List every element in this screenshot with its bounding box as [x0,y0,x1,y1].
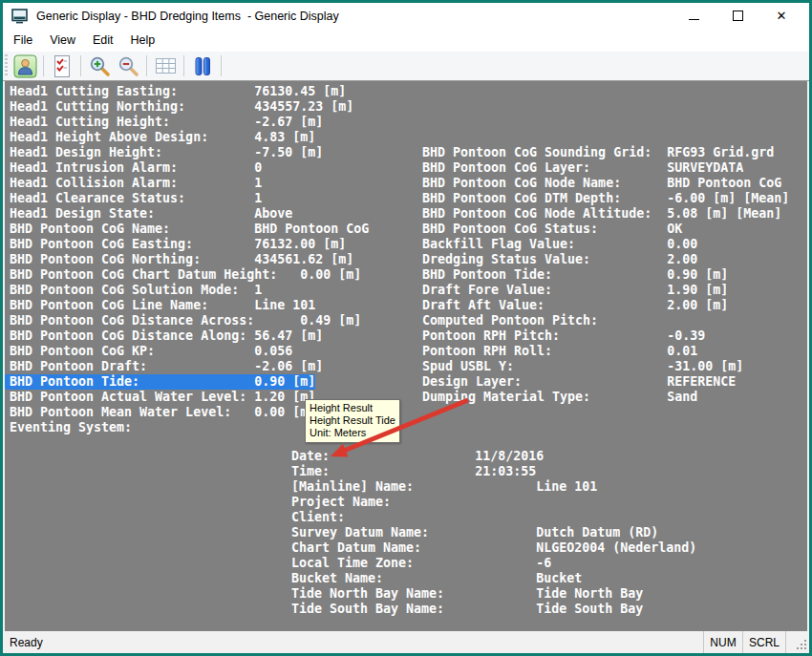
menu-edit[interactable]: Edit [84,29,122,52]
field-row[interactable]: Computed Pontoon Pitch: [417,313,667,328]
field-label: BHD Pontoon CoG Solution Mode: [10,283,254,297]
field-row[interactable]: BHD Pontoon CoG Northing: 434561.62 [m] [5,252,353,267]
field-row[interactable]: Design Layer: REFERENCE [417,374,736,390]
tooltip-line: Height Result Tide [310,414,395,427]
field-label: Head1 Height Above Design: [10,130,254,144]
close-button[interactable]: ✕ [759,3,803,29]
field-label: BHD Pontoon CoG Sounding Grid: [422,145,667,159]
field-row[interactable]: BHD Pontoon CoG Node Name: BHD Pontoon C… [417,176,781,191]
menu-file[interactable]: File [5,29,41,52]
field-value: Sand [667,390,697,404]
field-row[interactable]: Eventing System: [5,420,254,435]
field-row[interactable]: Draft Fore Value: 1.90 [m] [417,283,728,298]
right-field-block: BHD Pontoon CoG Sounding Grid: RFG93 Gri… [417,145,789,405]
field-row[interactable]: BHD Pontoon CoG Chart Datum Height: 0.00… [5,267,361,283]
toolbar-separator [221,55,222,76]
bottom-field-block: Date: 11/8/2016Time: 21:03:55[Mainline] … [287,449,696,617]
field-value: 11/8/2016 [475,449,544,463]
minimize-icon [689,18,699,20]
field-value: 0 [254,160,262,175]
field-row[interactable]: [Mainline] Name: Line 101 [287,479,597,495]
field-row[interactable]: Chart Datum Name: NLGEO2004 (Nederland) [287,540,696,556]
field-row[interactable]: Head1 Design State: Above [5,206,292,222]
field-row[interactable]: Tide South Bay Name: Tide South Bay [287,602,643,617]
window-title: Generic Display - BHD Dredging Items - G… [36,10,672,23]
field-row[interactable]: BHD Pontoon Mean Water Level: 0.00 [m] [5,405,315,420]
pause-icon [191,54,215,78]
field-label: Draft Fore Value: [422,283,667,297]
field-row[interactable]: Project Name: [287,495,536,510]
user-button[interactable] [11,53,39,79]
field-row[interactable]: BHD Pontoon CoG DTM Depth: -6.00 [m] [Me… [417,191,789,206]
field-value: 1 [254,283,262,297]
field-value: 0.49 [m] [300,313,361,328]
field-row[interactable]: Head1 Design Height: -7.50 [m] [5,145,323,160]
field-row[interactable]: Head1 Collision Alarm: 1 [5,176,262,191]
field-row[interactable]: Spud USBL Y: -31.00 [m] [417,359,743,374]
field-row[interactable]: Dredging Status Value: 2.00 [417,252,697,267]
field-row[interactable]: BHD Pontoon CoG Status: OK [417,222,682,237]
field-label: Draft Aft Value: [422,298,667,312]
zoom-out-button[interactable] [114,53,142,79]
minimize-button[interactable] [672,3,716,29]
maximize-button[interactable] [716,3,759,29]
field-row[interactable]: Head1 Cutting Northing: 434557.23 [m] [5,99,353,115]
field-row[interactable]: BHD Pontoon CoG Layer: SURVEYDATA [417,160,743,176]
field-row[interactable]: Head1 Clearance Status: 1 [5,191,262,206]
field-row[interactable]: Pontoon RPH Roll: 0.01 [417,344,697,359]
field-row[interactable]: BHD Pontoon CoG Line Name: Line 101 [5,298,315,313]
scroll-lock-indicator: SCRL [742,631,785,653]
pause-button[interactable] [188,53,217,79]
field-row[interactable]: Tide North Bay Name: Tide North Bay [287,586,643,602]
field-label: Tide North Bay Name: [291,586,536,601]
field-row[interactable]: BHD Pontoon CoG KP: 0.056 [5,344,292,359]
field-row[interactable]: Local Time Zone: -6 [287,556,551,571]
field-label: Backfill Flag Value: [422,237,667,251]
field-row[interactable]: Pontoon RPH Pitch: -0.39 [417,328,705,344]
toolbar-grip[interactable] [4,54,11,77]
field-row[interactable]: Date: 11/8/2016 [287,449,544,464]
zoom-in-button[interactable] [85,53,114,79]
field-value: Above [254,206,292,221]
field-label: Head1 Cutting Height: [10,115,254,129]
field-label: Dumping Material Type: [422,390,667,404]
toolbar [3,52,809,81]
field-value: -0.39 [667,328,705,343]
field-label: Head1 Clearance Status: [10,191,254,205]
field-value: NLGEO2004 (Nederland) [536,540,696,555]
field-row[interactable]: BHD Pontoon CoG Sounding Grid: RFG93 Gri… [417,145,774,160]
field-row[interactable]: BHD Pontoon CoG Distance Across: 0.49 [m… [5,313,361,328]
menu-view[interactable]: View [41,29,84,52]
field-row[interactable]: BHD Pontoon Tide: 0.90 [m] [417,267,728,283]
resize-grip[interactable] [796,631,809,653]
field-row[interactable]: Dumping Material Type: Sand [417,390,697,405]
field-value: -31.00 [m] [667,359,743,373]
field-label: Pontoon RPH Roll: [422,344,667,358]
field-row[interactable]: Bucket Name: Bucket [287,571,582,586]
field-row[interactable]: BHD Pontoon Draft: -2.06 [m] [5,359,323,374]
field-row[interactable]: Draft Aft Value: 2.00 [m] [417,298,728,313]
field-row[interactable]: Head1 Cutting Easting: 76130.45 [m] [5,84,346,99]
field-row[interactable]: Time: 21:03:55 [287,464,536,479]
field-label: BHD Pontoon CoG DTM Depth: [422,191,667,205]
field-row[interactable]: BHD Pontoon Tide: 0.90 [m] [5,374,315,390]
field-row[interactable]: BHD Pontoon CoG Easting: 76132.00 [m] [5,237,346,252]
num-lock-indicator: NUM [703,631,742,653]
field-row[interactable]: Survey Datum Name: Dutch Datum (RD) [287,525,658,540]
field-row[interactable]: Head1 Cutting Height: -2.67 [m] [5,115,323,130]
person-icon [13,54,37,78]
field-row[interactable]: BHD Pontoon CoG Node Altitude: 5.08 [m] … [417,206,781,222]
statusbar: Ready NUM SCRL [3,631,809,653]
field-row[interactable]: BHD Pontoon CoG Distance Along: 56.47 [m… [5,328,323,344]
field-row[interactable]: Backfill Flag Value: 0.00 [417,237,697,252]
field-row[interactable]: BHD Pontoon CoG Solution Mode: 1 [5,283,262,298]
checklist-button[interactable] [48,53,76,79]
field-row[interactable]: Head1 Intrusion Alarm: 0 [5,160,262,176]
field-row[interactable]: Head1 Height Above Design: 4.83 [m] [5,130,315,145]
menu-help[interactable]: Help [122,29,164,52]
field-row[interactable]: BHD Pontoon CoG Name: BHD Pontoon CoG [5,222,369,237]
field-label: BHD Pontoon CoG Easting: [10,237,254,251]
field-row[interactable]: Client: [287,510,536,525]
grid-button[interactable] [151,53,180,79]
field-row[interactable]: BHD Pontoon Actual Water Level: 1.20 [m] [5,390,315,405]
